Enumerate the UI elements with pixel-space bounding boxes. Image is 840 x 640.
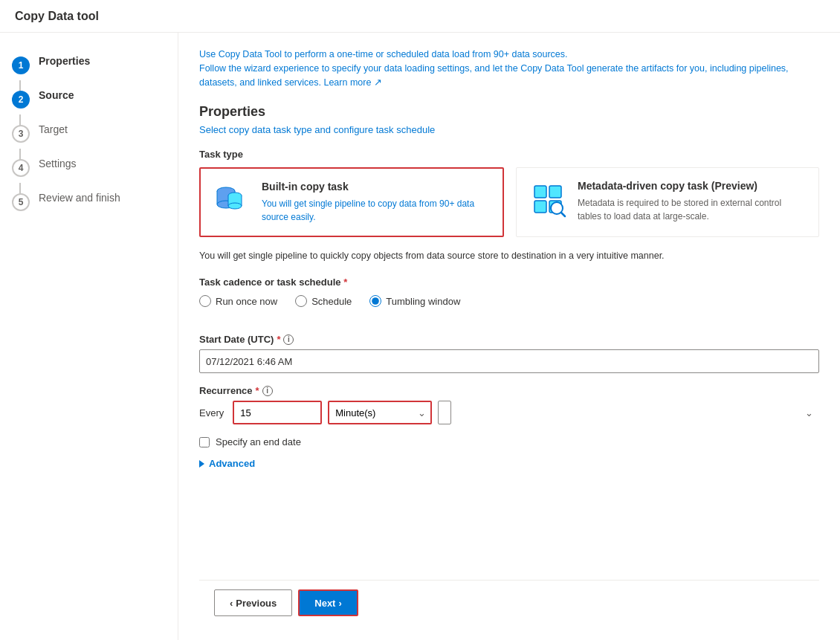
section-title: Properties [199,104,819,120]
recurrence-extra-select[interactable] [438,401,451,424]
builtin-task-icon [213,181,251,219]
sidebar-step-label-1: Properties [39,55,90,67]
next-chevron: › [338,598,341,609]
metadata-task-icon [529,180,567,219]
step-circle-2: 2 [12,91,30,109]
app-header: Copy Data tool [0,0,840,33]
sidebar-step-label-4: Settings [39,158,77,169]
sidebar-step-5[interactable]: 5 Review and finish [0,184,178,219]
radio-run-once-input[interactable] [199,295,211,307]
previous-label: Previous [236,598,277,609]
metadata-task-desc: Metadata is required to be stored in ext… [578,196,807,223]
radio-run-once[interactable]: Run once now [199,295,277,307]
sidebar-step-label-5: Review and finish [39,192,120,204]
sidebar-step-4[interactable]: 4 Settings [0,150,178,184]
recurrence-number-input[interactable] [233,401,322,424]
radio-group-cadence: Run once now Schedule Tumbling window [199,295,819,307]
radio-run-once-label: Run once now [216,296,277,307]
metadata-task-content: Metadata-driven copy task (Preview) Meta… [578,180,807,223]
start-date-input[interactable] [199,349,819,373]
radio-schedule-label: Schedule [311,296,352,307]
next-label: Next [314,598,335,609]
radio-schedule-input[interactable] [295,295,307,307]
content-area: Use Copy Data Tool to perform a one-time… [178,33,840,640]
task-card-builtin[interactable]: Built-in copy task You will get single p… [199,167,504,237]
metadata-task-title: Metadata-driven copy task (Preview) [578,180,807,192]
svg-rect-5 [534,186,546,198]
sidebar: 1 Properties 2 Source 3 Target 4 Setting… [0,33,178,640]
recurrence-unit-select[interactable]: Minute(s) Hour(s) Day(s) Week(s) Month(s… [328,401,432,424]
sidebar-step-2[interactable]: 2 Source [0,82,178,116]
task-card-metadata[interactable]: Metadata-driven copy task (Preview) Meta… [516,167,819,237]
cadence-label: Task cadence or task schedule * [199,277,819,288]
start-date-label: Start Date (UTC) * i [199,334,819,345]
cadence-field: Task cadence or task schedule * Run once… [199,277,819,322]
builtin-task-desc: You will get single pipeline to copy dat… [262,197,491,224]
task-cards-container: Built-in copy task You will get single p… [199,167,819,237]
main-layout: 1 Properties 2 Source 3 Target 4 Setting… [0,33,840,640]
builtin-task-content: Built-in copy task You will get single p… [262,181,491,224]
svg-rect-6 [549,186,561,198]
specify-end-date-label[interactable]: Specify an end date [216,436,301,447]
svg-rect-7 [534,201,546,213]
step-circle-3: 3 [12,125,30,143]
step-circle-5: 5 [12,193,30,211]
sidebar-step-3[interactable]: 3 Target [0,116,178,150]
task-type-label: Task type [199,149,819,160]
advanced-label: Advanced [209,458,255,469]
previous-chevron: ‹ [230,598,233,609]
footer: ‹ Previous Next › [199,580,819,625]
cadence-required: * [343,277,347,288]
chevron-right-icon [199,460,204,468]
spacer [199,469,819,580]
recurrence-label: Recurrence * i [199,385,819,396]
intro-line1: Use Copy Data Tool to perform a one-time… [199,49,568,59]
every-label: Every [199,407,224,418]
task-description: You will get single pipeline to quickly … [199,249,819,263]
app-title: Copy Data tool [15,10,99,23]
learn-more-link[interactable]: Learn more ↗ [323,77,381,88]
recurrence-unit-wrapper: Minute(s) Hour(s) Day(s) Week(s) Month(s… [328,401,432,424]
radio-tumbling[interactable]: Tumbling window [369,295,460,307]
start-date-field: Start Date (UTC) * i [199,334,819,373]
radio-tumbling-label: Tumbling window [386,296,460,307]
step-circle-4: 4 [12,159,30,177]
sidebar-step-label-2: Source [39,89,74,101]
svg-line-10 [561,213,565,216]
recurrence-row: Every Minute(s) Hour(s) Day(s) Week(s) M… [199,401,819,424]
specify-end-date-checkbox[interactable] [199,437,210,447]
start-date-info-icon[interactable]: i [283,334,294,345]
svg-point-4 [228,203,242,209]
next-button[interactable]: Next › [298,589,358,616]
sidebar-step-1[interactable]: 1 Properties [0,48,178,82]
specify-end-date-row[interactable]: Specify an end date [199,436,819,447]
radio-schedule[interactable]: Schedule [295,295,352,307]
step-circle-1: 1 [12,56,30,74]
builtin-task-title: Built-in copy task [262,181,491,193]
radio-tumbling-input[interactable] [369,295,381,307]
recurrence-info-icon[interactable]: i [262,386,273,396]
section-subtitle: Select copy data task type and configure… [199,124,819,135]
recurrence-field: Recurrence * i Every Minute(s) Hour(s) D… [199,385,819,424]
previous-button[interactable]: ‹ Previous [214,589,292,616]
intro-line2: Follow the wizard experience to specify … [199,63,789,88]
advanced-row[interactable]: Advanced [199,458,819,469]
sidebar-step-label-3: Target [39,123,68,135]
recurrence-extra-dropdown-wrapper [438,401,819,424]
intro-text: Use Copy Data Tool to perform a one-time… [199,48,819,89]
